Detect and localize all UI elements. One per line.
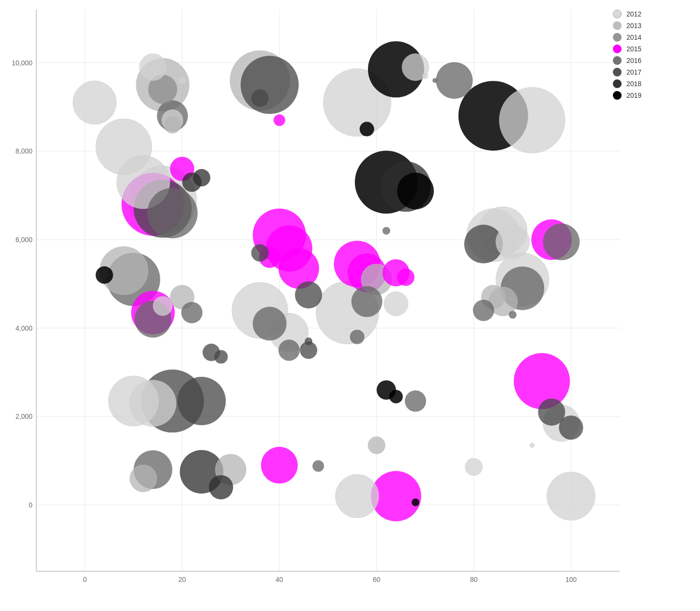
chart-container: 20122013201420152016201720182019 <box>0 0 700 611</box>
bubble-chart <box>0 0 700 611</box>
legend-swatch <box>613 10 622 18</box>
legend-label: 2019 <box>626 92 641 99</box>
legend-item: 2013 <box>613 21 690 30</box>
legend-swatch <box>613 33 622 42</box>
legend-items: 20122013201420152016201720182019 <box>613 10 690 100</box>
legend-swatch <box>613 68 622 76</box>
legend-item: 2012 <box>613 10 690 18</box>
legend-item: 2016 <box>613 56 690 65</box>
legend-label: 2014 <box>626 33 641 41</box>
legend-swatch <box>613 56 622 65</box>
legend-item: 2018 <box>613 79 690 88</box>
legend-item: 2017 <box>613 68 690 76</box>
legend-item: 2015 <box>613 45 690 53</box>
legend-label: 2013 <box>626 22 641 30</box>
legend-label: 2016 <box>626 57 641 64</box>
legend-swatch <box>613 91 622 100</box>
legend-item: 2014 <box>613 33 690 42</box>
chart-legend: 20122013201420152016201720182019 <box>613 5 690 103</box>
legend-label: 2018 <box>626 80 641 88</box>
legend-swatch <box>613 45 622 53</box>
legend-label: 2015 <box>626 45 641 53</box>
legend-item: 2019 <box>613 91 690 100</box>
legend-swatch <box>613 79 622 88</box>
legend-label: 2017 <box>626 68 641 76</box>
legend-swatch <box>613 21 622 30</box>
legend-label: 2012 <box>626 10 641 18</box>
